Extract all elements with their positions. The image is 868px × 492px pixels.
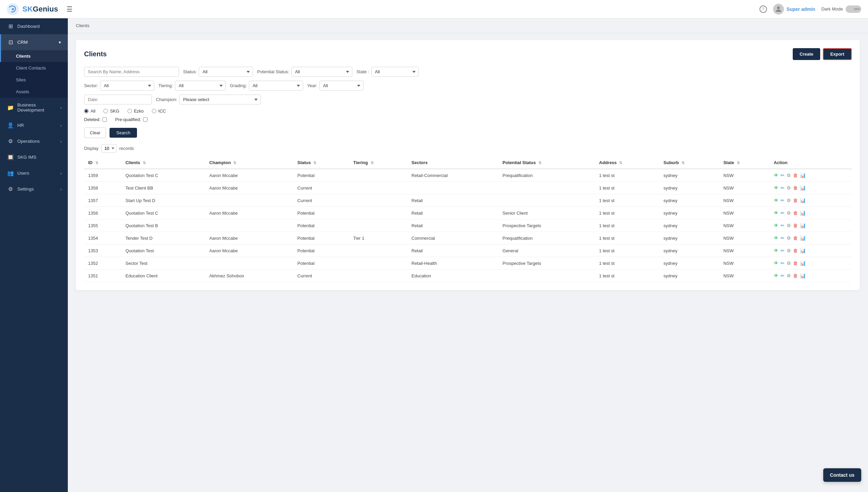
grading-select[interactable]: All [249, 81, 303, 91]
export-button[interactable]: Export [823, 48, 852, 60]
edit-icon[interactable]: ✏ [781, 235, 785, 241]
cell-address: 1 test st [595, 219, 659, 232]
delete-icon[interactable]: 🗑 [793, 273, 798, 278]
cell-tiering [349, 169, 408, 182]
col-address[interactable]: Address ⇅ [595, 157, 659, 169]
delete-icon[interactable]: 🗑 [793, 248, 798, 253]
view-icon[interactable]: 👁 [774, 260, 778, 266]
cell-status: Current [293, 182, 349, 194]
edit-icon[interactable]: ✏ [781, 210, 785, 216]
clear-button[interactable]: Clear [84, 127, 106, 138]
create-button[interactable]: Create [793, 48, 820, 60]
year-select[interactable]: All [319, 81, 363, 91]
status-select[interactable]: All [199, 67, 253, 77]
edit-icon[interactable]: ✏ [781, 273, 785, 278]
chart-icon[interactable]: 📊 [800, 248, 806, 253]
view-icon[interactable]: 👁 [774, 210, 778, 216]
chart-icon[interactable]: 📊 [800, 185, 806, 191]
view-icon[interactable]: 👁 [774, 248, 778, 253]
delete-icon[interactable]: 🗑 [793, 173, 798, 178]
delete-icon[interactable]: 🗑 [793, 185, 798, 191]
col-potential-status[interactable]: Potential Status ⇅ [498, 157, 595, 169]
sidebar-item-settings[interactable]: ⚙ Settings › [0, 181, 68, 197]
cell-id: 1358 [84, 182, 121, 194]
contact-us-button[interactable]: Contact us [823, 468, 861, 482]
edit-icon[interactable]: ✏ [781, 260, 785, 266]
settings-icon[interactable]: ⚙ [787, 223, 791, 228]
chart-icon[interactable]: 📊 [800, 273, 806, 278]
radio-ezko[interactable]: Ezko [127, 109, 144, 114]
chart-icon[interactable]: 📊 [800, 173, 806, 178]
settings-icon[interactable]: ⚙ [787, 235, 791, 241]
settings-icon[interactable]: ⚙ [787, 198, 791, 203]
sidebar-sub-item-client-contacts[interactable]: Client Contacts [0, 62, 68, 74]
search-name-input[interactable] [84, 67, 179, 77]
edit-icon[interactable]: ✏ [781, 185, 785, 191]
tiering-select[interactable]: All [175, 81, 226, 91]
view-icon[interactable]: 👁 [774, 185, 778, 191]
sidebar-item-users[interactable]: 👥 Users › [0, 165, 68, 181]
chart-icon[interactable]: 📊 [800, 260, 806, 266]
checkbox-prequalified[interactable]: Pre-qualified: [115, 117, 147, 122]
settings-icon[interactable]: ⚙ [787, 173, 791, 178]
chart-icon[interactable]: 📊 [800, 198, 806, 203]
sidebar-sub-item-clients[interactable]: Clients [0, 50, 68, 62]
sidebar-item-operations[interactable]: ⚙ Operations › [0, 133, 68, 149]
radio-all[interactable]: All [84, 109, 95, 114]
view-icon[interactable]: 👁 [774, 198, 778, 203]
date-input[interactable] [84, 95, 152, 104]
col-id[interactable]: ID ⇅ [84, 157, 121, 169]
col-clients[interactable]: Clients ⇅ [121, 157, 205, 169]
view-icon[interactable]: 👁 [774, 173, 778, 178]
settings-icon[interactable]: ⚙ [787, 248, 791, 253]
sidebar-sub-item-sites[interactable]: Sites [0, 74, 68, 86]
edit-icon[interactable]: ✏ [781, 173, 785, 178]
delete-icon[interactable]: 🗑 [793, 235, 798, 241]
col-champion[interactable]: Champion ⇅ [205, 157, 293, 169]
sidebar-item-dashboard[interactable]: ⊞ Dashboard [0, 18, 68, 34]
settings-icon[interactable]: ⚙ [787, 210, 791, 216]
cell-champion [205, 219, 293, 232]
col-suburb[interactable]: Suburb ⇅ [659, 157, 719, 169]
user-area[interactable]: Super admin [773, 4, 815, 15]
settings-icon[interactable]: ⚙ [787, 260, 791, 266]
col-status[interactable]: Status ⇅ [293, 157, 349, 169]
edit-icon[interactable]: ✏ [781, 198, 785, 203]
settings-icon[interactable]: ⚙ [787, 273, 791, 278]
dark-mode-toggle[interactable] [846, 5, 861, 13]
user-avatar [773, 4, 784, 15]
search-button[interactable]: Search [110, 128, 137, 138]
view-icon[interactable]: 👁 [774, 235, 778, 241]
delete-icon[interactable]: 🗑 [793, 198, 798, 203]
chart-icon[interactable]: 📊 [800, 235, 806, 241]
state-select[interactable]: All [371, 67, 419, 77]
col-state[interactable]: State ⇅ [719, 157, 770, 169]
chart-icon[interactable]: 📊 [800, 223, 806, 228]
settings-icon[interactable]: ⚙ [787, 185, 791, 191]
sector-select[interactable]: All [100, 81, 154, 91]
radio-icc[interactable]: ICC [152, 109, 166, 114]
col-sectors[interactable]: Sectors [408, 157, 499, 169]
radio-skg[interactable]: SKG [103, 109, 119, 114]
sidebar-item-crm[interactable]: ⊡ CRM ▼ [0, 34, 68, 50]
edit-icon[interactable]: ✏ [781, 248, 785, 253]
sidebar-item-hr[interactable]: 👤 HR › [0, 117, 68, 133]
cell-id: 1352 [84, 257, 121, 270]
help-icon[interactable]: ? [760, 5, 767, 13]
view-icon[interactable]: 👁 [774, 273, 778, 278]
chart-icon[interactable]: 📊 [800, 210, 806, 216]
hamburger-icon[interactable]: ☰ [66, 5, 73, 13]
display-count-select[interactable]: 10 25 50 [101, 144, 117, 153]
delete-icon[interactable]: 🗑 [793, 260, 798, 266]
view-icon[interactable]: 👁 [774, 223, 778, 228]
checkbox-deleted[interactable]: Deleted: [84, 117, 107, 122]
champion-select[interactable]: Please select [179, 95, 261, 104]
potential-status-select[interactable]: All [291, 67, 352, 77]
sidebar-item-business-development[interactable]: 📁 Business Development › [0, 98, 68, 117]
sidebar-item-skg-ims[interactable]: 🔲 SKG IMS [0, 149, 68, 165]
col-tiering[interactable]: Tiering ⇅ [349, 157, 408, 169]
sidebar-sub-item-assets[interactable]: Assets [0, 86, 68, 98]
delete-icon[interactable]: 🗑 [793, 210, 798, 216]
delete-icon[interactable]: 🗑 [793, 223, 798, 228]
edit-icon[interactable]: ✏ [781, 223, 785, 228]
